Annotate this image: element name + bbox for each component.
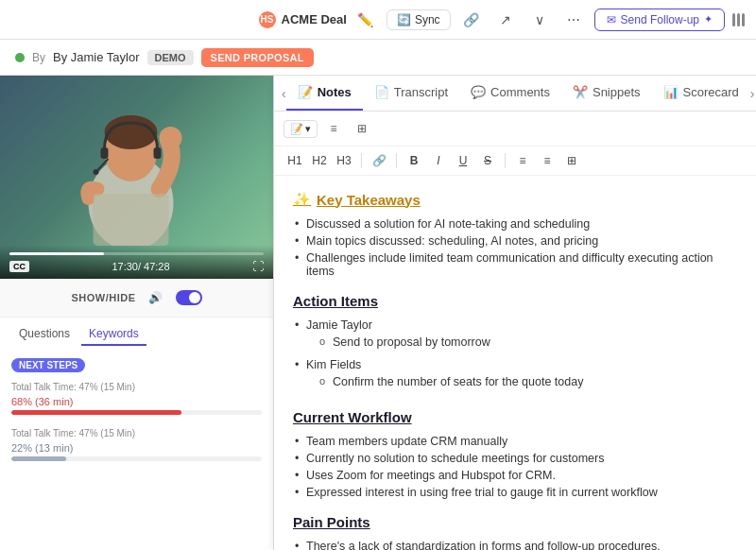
tab-comments[interactable]: 💬 Comments — [459, 76, 561, 111]
link-icon[interactable]: 🔗 — [458, 7, 485, 33]
svg-rect-3 — [100, 147, 108, 159]
fullscreen-icon[interactable]: ⛶ — [252, 260, 264, 273]
bullet-list-button[interactable]: ≡ — [511, 150, 534, 171]
format-btn[interactable]: ⊞ — [350, 117, 374, 140]
tab-transcript[interactable]: 📄 Transcript — [363, 76, 459, 111]
list-item: Expressed interest in using free trial t… — [293, 484, 737, 501]
toolbar-sep-3 — [505, 153, 506, 168]
bold-button[interactable]: B — [403, 150, 425, 171]
chevron-down-icon[interactable]: ∨ — [526, 7, 553, 33]
show-hide-label: SHOW/HIDE — [71, 292, 135, 303]
sub-list: Send to proposal by tomorrow — [318, 334, 737, 351]
show-hide-toggle[interactable] — [176, 290, 202, 305]
tab-questions[interactable]: Questions — [11, 323, 77, 346]
send-proposal-button[interactable]: SEND PROPOSAL — [201, 48, 314, 67]
italic-button[interactable]: I — [427, 150, 450, 171]
current-workflow-title: Current Workflow — [293, 409, 737, 425]
show-hide-row: SHOW/HIDE 🔊 — [0, 279, 273, 318]
next-tab-arrow[interactable]: › — [750, 82, 755, 105]
svg-rect-4 — [153, 147, 161, 159]
svg-point-2 — [104, 115, 157, 149]
demo-badge: DEMO — [147, 50, 194, 65]
scorecard-tab-icon: 📊 — [663, 85, 679, 99]
svg-point-6 — [93, 169, 98, 175]
notes-tabs: ‹ 📝 Notes 📄 Transcript 💬 Comments ✂️ Sni… — [274, 76, 756, 112]
key-takeaways-title: ✨ Key Takeaways — [293, 191, 737, 208]
sync-button[interactable]: 🔄 Sync — [387, 9, 451, 30]
list-item: Challenges include limited team communic… — [293, 249, 737, 280]
stat-bar-2 — [11, 456, 262, 461]
list-item: Kim Fields Confirm the number of seats f… — [293, 356, 737, 396]
user-name: By Jamie Taylor — [53, 50, 140, 64]
list-item: Uses Zoom for meetings and Hubspot for C… — [293, 467, 737, 484]
toolbar-sep-1 — [361, 153, 362, 168]
speaker-icon: 🔊 — [144, 286, 168, 309]
tab-notes[interactable]: 📝 Notes — [286, 76, 363, 111]
link-button[interactable]: 🔗 — [368, 150, 390, 171]
h2-button[interactable]: H2 — [308, 150, 331, 171]
list-item: Discussed a solution for AI note-taking … — [293, 215, 737, 232]
stat-value-2: 22% (13 min) — [11, 442, 262, 454]
layout-toggle[interactable] — [732, 13, 745, 26]
sparkle-icon: ✦ — [704, 13, 713, 26]
mail-icon: ✉ — [607, 13, 616, 26]
list-item: There's a lack of standardization in for… — [293, 538, 737, 550]
next-steps-tag: NEXT STEPS — [11, 355, 262, 382]
stat-label-2: Total Talk Time: 47% (15 Min) — [11, 428, 262, 438]
notes-content: ✨ Key Takeaways Discussed a solution for… — [274, 176, 756, 550]
pain-points-list: There's a lack of standardization in for… — [293, 538, 737, 550]
strikethrough-button[interactable]: S — [476, 150, 499, 171]
tab-scorecard[interactable]: 📊 Scorecard — [652, 76, 750, 111]
toolbar-sep-2 — [396, 153, 397, 168]
video-area: CC 17:30/ 47:28 ⛶ — [0, 76, 273, 279]
stat-bar-fill-2 — [11, 456, 66, 461]
tab-snippets[interactable]: ✂️ Snippets — [561, 76, 652, 111]
action-items-title: Action Items — [293, 293, 737, 309]
stat-row-1: Total Talk Time: 47% (15 Min) 68% (36 mi… — [11, 382, 262, 415]
send-followup-button[interactable]: ✉ Send Follow-up ✦ — [594, 9, 725, 31]
snippets-tab-icon: ✂️ — [573, 85, 588, 99]
toggle-knob — [189, 292, 200, 303]
list-item: Send to proposal by tomorrow — [318, 334, 737, 351]
share-icon[interactable]: ↗ — [492, 7, 519, 33]
stat-bar-fill-1 — [11, 410, 181, 415]
transcript-tab-icon: 📄 — [374, 85, 389, 99]
brand-label: ACME Deal — [282, 12, 347, 26]
cc-badge[interactable]: CC — [9, 261, 29, 272]
top-bar: HS ACME Deal ✏️ 🔄 Sync 🔗 ↗ ∨ ⋯ ✉ Send Fo… — [0, 0, 756, 40]
notes-toolbar-2: H1 H2 H3 🔗 B I U S ≡ ≡ ⊞ — [274, 146, 756, 176]
brand-area: HS ACME Deal ✏️ — [259, 7, 379, 33]
list-item: Main topics discussed: scheduling, AI no… — [293, 232, 737, 249]
notes-toolbar-1: 📝 ▾ ≡ ⊞ — [274, 112, 756, 146]
stat-label-1: Total Talk Time: 47% (15 Min) — [11, 382, 262, 392]
video-person — [69, 95, 192, 246]
keywords-section: NEXT STEPS Total Talk Time: 47% (15 Min)… — [0, 346, 273, 484]
note-type-dropdown[interactable]: 📝 ▾ — [284, 120, 318, 138]
left-tabs: Questions Keywords — [0, 318, 273, 346]
key-takeaways-list: Discussed a solution for AI note-taking … — [293, 215, 737, 280]
more-options-icon[interactable]: ⋯ — [560, 7, 587, 33]
hubspot-icon: HS — [259, 11, 276, 28]
video-controls: CC 17:30/ 47:28 ⛶ — [0, 245, 273, 279]
sub-list: Confirm the number of seats for the quot… — [318, 373, 737, 390]
stat-row-2: Total Talk Time: 47% (15 Min) 22% (13 mi… — [11, 428, 262, 461]
sub-bar: By By Jamie Taylor DEMO SEND PROPOSAL — [0, 40, 756, 76]
h3-button[interactable]: H3 — [333, 150, 355, 171]
underline-button[interactable]: U — [452, 150, 474, 171]
stat-value-1: 68% (36 min) — [11, 396, 262, 407]
sync-icon: 🔄 — [397, 13, 411, 26]
h1-button[interactable]: H1 — [284, 150, 306, 171]
online-indicator — [15, 53, 25, 62]
numbered-list-button[interactable]: ≡ — [536, 150, 558, 171]
template-btn[interactable]: ≡ — [321, 117, 346, 140]
svg-rect-8 — [93, 194, 168, 246]
edit-icon[interactable]: ✏️ — [352, 7, 379, 33]
list-item: Confirm the number of seats for the quot… — [318, 373, 737, 390]
progress-fill — [9, 252, 104, 255]
list-item: Currently no solution to schedule meetin… — [293, 450, 737, 467]
comments-tab-icon: 💬 — [471, 85, 486, 99]
tab-keywords[interactable]: Keywords — [81, 323, 146, 346]
indent-button[interactable]: ⊞ — [560, 150, 583, 171]
progress-bar[interactable] — [9, 252, 264, 255]
pain-points-title: Pain Points — [293, 514, 737, 530]
